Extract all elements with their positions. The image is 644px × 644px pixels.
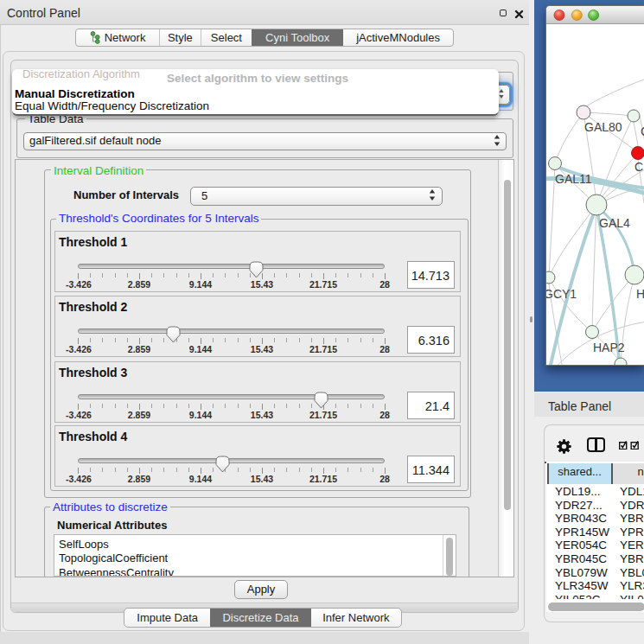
svg-text:C: C: [634, 160, 643, 174]
svg-text:GCY1: GCY1: [546, 287, 577, 301]
svg-text:GAL80: GAL80: [584, 120, 622, 134]
svg-text:G.: G.: [641, 124, 644, 138]
svg-text:HAP2: HAP2: [593, 341, 625, 354]
svg-text:GAL4: GAL4: [599, 216, 630, 230]
svg-text:GAL11: GAL11: [555, 172, 592, 186]
svg-text:HA: HA: [636, 287, 644, 301]
